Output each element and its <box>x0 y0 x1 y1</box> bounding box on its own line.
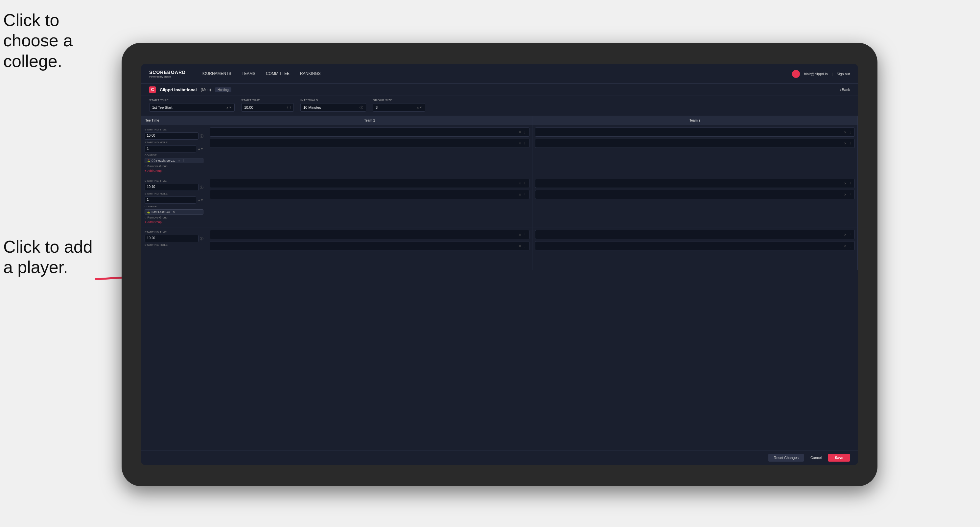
player-row: ✕ ⋮ <box>535 127 855 137</box>
add-group-btn-1[interactable]: + Add Group <box>145 169 204 173</box>
player-x-icon[interactable]: ✕ <box>844 244 846 248</box>
player-chevron-icon[interactable]: ⋮ <box>848 233 852 237</box>
start-type-group: Start Type 1st Tee Start ▲▼ <box>149 98 235 112</box>
player-row: ✕ ⋮ <box>535 139 855 148</box>
back-button[interactable]: ‹ Back <box>840 88 850 92</box>
course-remove-2[interactable]: ✕ <box>173 210 175 214</box>
course-flag-icon-2: ⛳ <box>147 211 150 214</box>
nav-right: blair@clippd.io | Sign out <box>792 70 850 78</box>
intervals-input[interactable]: 10 Minutes ⓘ <box>301 103 366 112</box>
player-chevron-icon[interactable]: ⋮ <box>848 193 852 197</box>
course-remove-1[interactable]: ✕ <box>178 159 180 162</box>
settings-row: Start Type 1st Tee Start ▲▼ Start Time 1… <box>141 96 858 116</box>
remove-group-btn-1[interactable]: ○ Remove Group <box>145 165 204 168</box>
starting-time-input-3[interactable]: 10:20 <box>145 235 199 242</box>
player-x-icon[interactable]: ✕ <box>519 182 521 185</box>
player-chevron-icon[interactable]: ⋮ <box>523 193 527 197</box>
course-chevron-2[interactable]: ⋮ <box>177 210 180 214</box>
nav-rankings[interactable]: RANKINGS <box>295 69 326 79</box>
clippd-logo: C <box>149 86 156 93</box>
tablet-frame: SCOREBOARD Powered by clippd TOURNAMENTS… <box>122 43 877 486</box>
sign-out-link[interactable]: Sign out <box>837 72 850 76</box>
tee-controls-2: STARTING TIME: 10:10 ⓘ STARTING HOLE: 1 … <box>141 176 207 227</box>
footer-bar: Reset Changes Cancel Save <box>141 450 858 465</box>
player-chevron-icon[interactable]: ⋮ <box>848 130 852 134</box>
player-x-icon[interactable]: ✕ <box>519 193 521 197</box>
time-info-2: ⓘ <box>200 185 204 190</box>
hole-arrow-2: ▲▼ <box>197 198 204 202</box>
player-chevron-icon[interactable]: ⋮ <box>523 233 527 237</box>
player-x-icon[interactable]: ✕ <box>519 130 521 134</box>
player-chevron-icon[interactable]: ⋮ <box>523 130 527 134</box>
course-flag-icon-1: ⛳ <box>147 159 150 162</box>
player-row: ✕ ⋮ <box>210 230 530 239</box>
brand-logo: SCOREBOARD Powered by clippd <box>149 69 196 78</box>
starting-time-input-1[interactable]: 10:00 <box>145 132 199 140</box>
team2-cell-2: ✕ ⋮ ✕ ⋮ <box>532 176 858 227</box>
course-chevron-1[interactable]: ⋮ <box>182 159 185 162</box>
starting-time-label-3: STARTING TIME: <box>145 231 204 233</box>
course-tag-2[interactable]: ⛳ East Lake GC ✕ ⋮ <box>145 209 204 214</box>
add-group-btn-2[interactable]: + Add Group <box>145 221 204 224</box>
starting-time-row-1: 10:00 ⓘ <box>145 132 204 140</box>
table-header: Tee Time Team 1 Team 2 <box>141 116 858 125</box>
player-x-icon[interactable]: ✕ <box>844 141 846 145</box>
nav-bar: SCOREBOARD Powered by clippd TOURNAMENTS… <box>141 64 858 84</box>
group-size-input[interactable]: 3 ▲▼ <box>373 103 425 112</box>
course-label-2: COURSE: <box>145 205 204 208</box>
player-chevron-icon[interactable]: ⋮ <box>523 244 527 248</box>
sub-header: C Clippd Invitational (Men) Hosting ‹ Ba… <box>141 84 858 96</box>
remove-group-btn-2[interactable]: ○ Remove Group <box>145 216 204 219</box>
group-row: STARTING TIME: 10:00 ⓘ STARTING HOLE: 1 … <box>141 125 858 176</box>
player-x-icon[interactable]: ✕ <box>519 233 521 237</box>
starting-hole-label-2: STARTING HOLE: <box>145 192 204 195</box>
nav-committee[interactable]: COMMITTEE <box>261 69 295 79</box>
tee-controls-1: STARTING TIME: 10:00 ⓘ STARTING HOLE: 1 … <box>141 125 207 176</box>
group-row: STARTING TIME: 10:10 ⓘ STARTING HOLE: 1 … <box>141 176 858 227</box>
remove-icon-2: ○ <box>145 216 146 219</box>
player-chevron-icon[interactable]: ⋮ <box>848 182 852 185</box>
starting-hole-input-1[interactable]: 1 <box>145 145 196 152</box>
avatar <box>792 70 800 78</box>
reset-changes-button[interactable]: Reset Changes <box>768 454 804 462</box>
player-row: ✕ ⋮ <box>535 230 855 239</box>
start-type-input[interactable]: 1st Tee Start ▲▼ <box>149 103 235 112</box>
start-time-input[interactable]: 10:00 ⓘ <box>241 103 294 112</box>
team2-cell-3: ✕ ⋮ ✕ ⋮ <box>532 227 858 270</box>
time-info-3: ⓘ <box>200 236 204 241</box>
add-icon-2: + <box>145 221 146 224</box>
player-row: ✕ ⋮ <box>210 241 530 250</box>
starting-hole-input-2[interactable]: 1 <box>145 197 196 204</box>
group-row: STARTING TIME: 10:20 ⓘ STARTING HOLE: ✕ … <box>141 227 858 270</box>
player-chevron-icon[interactable]: ⋮ <box>523 141 527 145</box>
tournament-title: Clippd Invitational <box>160 87 197 92</box>
save-button[interactable]: Save <box>828 454 850 462</box>
player-chevron-icon[interactable]: ⋮ <box>523 182 527 185</box>
player-row: ✕ ⋮ <box>535 179 855 188</box>
player-x-icon[interactable]: ✕ <box>844 193 846 197</box>
start-time-group: Start Time 10:00 ⓘ <box>241 98 294 112</box>
player-row: ✕ ⋮ <box>535 241 855 250</box>
player-x-icon[interactable]: ✕ <box>844 130 846 134</box>
nav-tournaments[interactable]: TOURNAMENTS <box>196 69 236 79</box>
th-tee-time: Tee Time <box>141 116 207 125</box>
player-x-icon[interactable]: ✕ <box>519 141 521 145</box>
starting-time-row-2: 10:10 ⓘ <box>145 184 204 191</box>
player-x-icon[interactable]: ✕ <box>844 182 846 185</box>
starting-time-input-2[interactable]: 10:10 <box>145 184 199 191</box>
start-time-label: Start Time <box>241 98 294 102</box>
tee-controls-3: STARTING TIME: 10:20 ⓘ STARTING HOLE: <box>141 227 207 270</box>
player-x-icon[interactable]: ✕ <box>519 244 521 248</box>
player-row: ✕ ⋮ <box>210 127 530 137</box>
course-tag-1[interactable]: ⛳ (A) Peachtree GC ✕ ⋮ <box>145 158 204 163</box>
starting-hole-row-1: 1 ▲▼ <box>145 145 204 152</box>
nav-teams[interactable]: TEAMS <box>237 69 261 79</box>
tablet-screen: SCOREBOARD Powered by clippd TOURNAMENTS… <box>141 64 858 465</box>
cancel-button[interactable]: Cancel <box>807 454 825 462</box>
player-chevron-icon[interactable]: ⋮ <box>848 141 852 145</box>
user-email: blair@clippd.io <box>804 72 827 76</box>
group-size-group: Group Size 3 ▲▼ <box>373 98 425 112</box>
player-x-icon[interactable]: ✕ <box>844 233 846 237</box>
player-chevron-icon[interactable]: ⋮ <box>848 244 852 248</box>
add-icon-1: + <box>145 169 146 173</box>
